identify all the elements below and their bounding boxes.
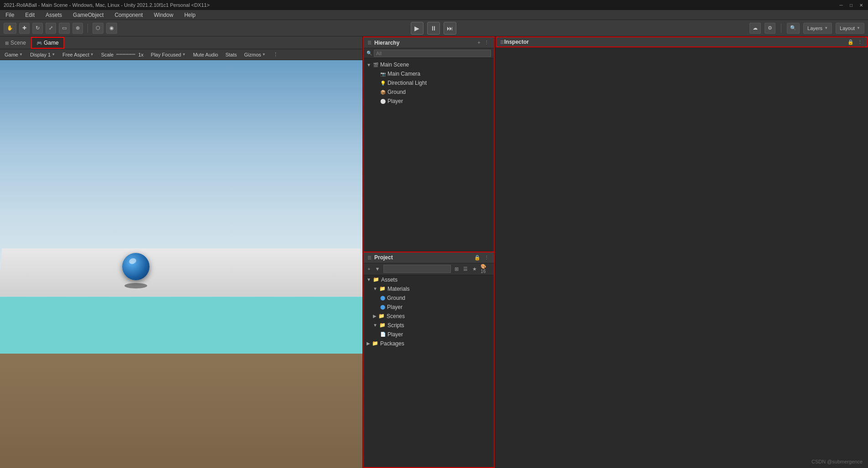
- aspect-dropdown[interactable]: Free Aspect ▼: [61, 51, 96, 58]
- project-favorite[interactable]: ★: [471, 266, 478, 272]
- scale-control[interactable]: Scale ━━━━━━ 1x: [99, 51, 145, 58]
- player-label: Player: [388, 98, 403, 104]
- project-count: 🎨16: [480, 264, 491, 274]
- inspector-more[interactable]: ⋮: [857, 39, 863, 45]
- list-item[interactable]: ▼ 📁 Materials: [364, 284, 494, 293]
- list-item[interactable]: ⬤ Player: [364, 303, 494, 312]
- menu-gameobject[interactable]: GameObject: [71, 11, 105, 19]
- play-controls: ▶ ⏸ ⏭: [120, 22, 747, 35]
- hierarchy-search-bar: 🔍: [364, 48, 494, 58]
- project-title: Project: [374, 254, 393, 261]
- display-dropdown[interactable]: Game ▼: [3, 51, 25, 58]
- stats-button[interactable]: Stats: [223, 51, 238, 58]
- project-controls: 🔒 ⋮: [473, 255, 490, 261]
- inspector-lock[interactable]: 🔒: [847, 39, 855, 45]
- ground-material-label: Ground: [387, 295, 405, 301]
- pivot-tool[interactable]: ⬡: [93, 23, 103, 34]
- cloud-button[interactable]: ☁: [749, 23, 761, 34]
- menu-assets[interactable]: Assets: [44, 11, 64, 19]
- hierarchy-search-input[interactable]: [374, 50, 491, 57]
- mute-audio-button[interactable]: Mute Audio: [191, 51, 220, 58]
- packages-folder-icon: 📁: [372, 340, 378, 346]
- scripts-folder-icon: 📁: [379, 322, 386, 328]
- play-button[interactable]: ▶: [411, 22, 424, 35]
- close-button[interactable]: ✕: [858, 2, 864, 8]
- minimize-button[interactable]: ─: [838, 2, 844, 8]
- scene-tab-icon: ⊞: [5, 41, 9, 46]
- layers-dropdown[interactable]: Layers ▼: [803, 23, 832, 34]
- project-lock[interactable]: 🔒: [473, 255, 481, 261]
- list-item[interactable]: ▼ 🎬 Main Scene: [364, 60, 494, 69]
- list-item[interactable]: 📄 Player: [364, 330, 494, 339]
- toolbar-separator-2: [781, 24, 781, 33]
- menu-file[interactable]: File: [4, 11, 16, 19]
- menu-help[interactable]: Help: [182, 11, 197, 19]
- rotate-tool[interactable]: ↻: [32, 23, 43, 34]
- toolbar-right: ☁ ⚙ 🔍 Layers ▼ Layout ▼: [749, 23, 864, 34]
- project-more[interactable]: ⋮: [483, 255, 490, 261]
- menu-window[interactable]: Window: [152, 11, 175, 19]
- scale-tool[interactable]: ⤢: [46, 23, 56, 34]
- title-bar: 2021-RollABall - Main Scene - Windows, M…: [0, 0, 868, 10]
- assets-label: Assets: [381, 277, 398, 283]
- project-add[interactable]: +: [367, 266, 371, 272]
- tab-scene[interactable]: ⊞ Scene: [0, 37, 31, 49]
- more-options-button[interactable]: ⋮: [271, 51, 280, 58]
- materials-folder-icon: 📁: [379, 286, 386, 292]
- list-item[interactable]: ▶ 📁 Packages: [364, 339, 494, 348]
- ground-icon: 📦: [380, 90, 386, 95]
- hierarchy-more[interactable]: ⋮: [483, 40, 490, 46]
- ground-brown: [0, 354, 362, 468]
- menu-component[interactable]: Component: [113, 11, 145, 19]
- layout-dropdown[interactable]: Layout ▼: [836, 23, 864, 34]
- assets-folder-icon: 📁: [373, 277, 379, 283]
- pause-button[interactable]: ⏸: [427, 22, 440, 35]
- layout-arrow: ▼: [857, 26, 860, 30]
- settings-button[interactable]: ⚙: [765, 23, 775, 34]
- project-list-view[interactable]: ☰: [462, 266, 469, 272]
- inspector-title: Inspector: [504, 39, 529, 45]
- local-tool[interactable]: ◉: [106, 23, 117, 34]
- menu-edit[interactable]: Edit: [23, 11, 36, 19]
- project-add2[interactable]: ▼: [374, 266, 381, 272]
- scenes-folder-icon: 📁: [378, 313, 385, 319]
- list-item[interactable]: ▶ 📁 Scenes: [364, 312, 494, 321]
- player-icon: ⚪: [380, 99, 386, 104]
- window-controls: ─ □ ✕: [838, 2, 864, 8]
- move-tool[interactable]: ✚: [19, 23, 30, 34]
- list-item[interactable]: ⚪ Player: [364, 97, 494, 106]
- hand-tool[interactable]: ✋: [4, 23, 16, 34]
- list-item[interactable]: 📦 Ground: [364, 87, 494, 97]
- list-item[interactable]: ▼ 📁 Assets: [364, 275, 494, 284]
- watermark-text: CSDN @submergence: [811, 459, 863, 464]
- player-script-label: Player: [388, 331, 403, 338]
- list-item[interactable]: 📷 Main Camera: [364, 69, 494, 78]
- project-search-input[interactable]: [383, 265, 451, 273]
- toolbar-separator-1: [88, 24, 88, 33]
- list-item[interactable]: ⬤ Ground: [364, 293, 494, 303]
- list-item[interactable]: ▼ 📁 Scripts: [364, 321, 494, 330]
- dir-light-label: Directional Light: [388, 80, 427, 86]
- hierarchy-controls: + ⋮: [477, 40, 490, 46]
- hierarchy-content: ▼ 🎬 Main Scene 📷 Main Camera 💡 Direction…: [364, 58, 494, 252]
- scenes-label: Scenes: [387, 313, 405, 319]
- maximize-button[interactable]: □: [848, 2, 854, 8]
- tab-game[interactable]: 🎮 Game: [31, 37, 64, 49]
- player-material-label: Player: [387, 304, 403, 310]
- step-button[interactable]: ⏭: [444, 22, 456, 35]
- project-icon-view[interactable]: ⊞: [454, 266, 460, 272]
- main-layout: ⊞ Scene 🎮 Game Game ▼ Display 1 ▼ Free A…: [0, 36, 868, 468]
- transform-tool[interactable]: ⊕: [72, 23, 83, 34]
- hierarchy-add[interactable]: +: [477, 40, 481, 46]
- inspector-controls: 🔒 ⋮: [847, 39, 863, 45]
- display1-dropdown[interactable]: Display 1 ▼: [28, 51, 57, 58]
- list-item[interactable]: 💡 Directional Light: [364, 78, 494, 87]
- rect-tool[interactable]: ▭: [59, 23, 70, 34]
- gizmos-dropdown[interactable]: Gizmos ▼: [243, 51, 268, 58]
- play-focused-dropdown[interactable]: Play Focused ▼: [149, 51, 188, 58]
- left-panel: ⊞ Scene 🎮 Game Game ▼ Display 1 ▼ Free A…: [0, 36, 363, 468]
- search-button[interactable]: 🔍: [787, 23, 800, 34]
- ground-white: [0, 248, 362, 297]
- player-ball: [122, 253, 150, 280]
- ground-material-icon: ⬤: [380, 295, 385, 300]
